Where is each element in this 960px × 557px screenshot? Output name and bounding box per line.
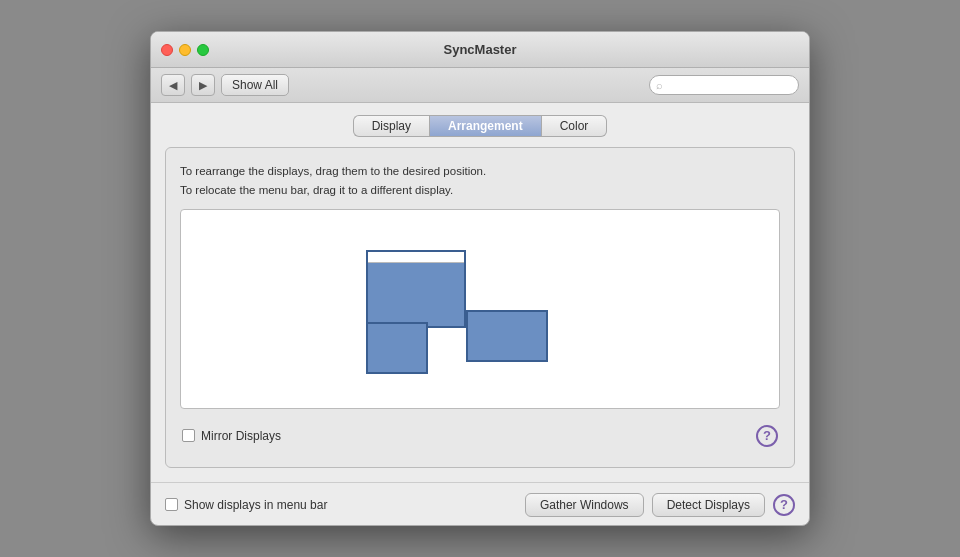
titlebar: SyncMaster bbox=[151, 32, 809, 68]
window-title: SyncMaster bbox=[444, 42, 517, 57]
gather-windows-button[interactable]: Gather Windows bbox=[525, 493, 644, 517]
mirror-displays-label: Mirror Displays bbox=[182, 429, 281, 443]
main-window: SyncMaster ◀ ▶ Show All ⌕ Display Arrang… bbox=[150, 31, 810, 526]
back-button[interactable]: ◀ bbox=[161, 74, 185, 96]
description-text: To rearrange the displays, drag them to … bbox=[180, 162, 780, 199]
help-button-bottom[interactable]: ? bbox=[773, 494, 795, 516]
settings-panel: To rearrange the displays, drag them to … bbox=[165, 147, 795, 468]
tab-color[interactable]: Color bbox=[542, 115, 608, 137]
search-bar[interactable]: ⌕ bbox=[649, 75, 799, 95]
bottom-buttons: Gather Windows Detect Displays ? bbox=[525, 493, 795, 517]
back-icon: ◀ bbox=[169, 79, 177, 92]
secondary-display-left[interactable] bbox=[366, 322, 428, 374]
minimize-button[interactable] bbox=[179, 44, 191, 56]
detect-displays-button[interactable]: Detect Displays bbox=[652, 493, 765, 517]
traffic-lights bbox=[161, 44, 209, 56]
mirror-displays-row: Mirror Displays ? bbox=[180, 419, 780, 453]
show-displays-label: Show displays in menu bar bbox=[165, 498, 327, 512]
show-all-button[interactable]: Show All bbox=[221, 74, 289, 96]
forward-button[interactable]: ▶ bbox=[191, 74, 215, 96]
content-area: Display Arrangement Color To rearrange t… bbox=[151, 103, 809, 482]
tab-bar: Display Arrangement Color bbox=[165, 115, 795, 137]
search-icon: ⌕ bbox=[656, 79, 663, 91]
tab-display[interactable]: Display bbox=[353, 115, 429, 137]
help-button-mirror[interactable]: ? bbox=[756, 425, 778, 447]
bottom-bar: Show displays in menu bar Gather Windows… bbox=[151, 482, 809, 525]
close-button[interactable] bbox=[161, 44, 173, 56]
mirror-displays-text: Mirror Displays bbox=[201, 429, 281, 443]
forward-icon: ▶ bbox=[199, 79, 207, 92]
maximize-button[interactable] bbox=[197, 44, 209, 56]
toolbar: ◀ ▶ Show All ⌕ bbox=[151, 68, 809, 103]
display-arrangement-area[interactable] bbox=[180, 209, 780, 409]
description-line2: To relocate the menu bar, drag it to a d… bbox=[180, 181, 780, 199]
show-displays-text: Show displays in menu bar bbox=[184, 498, 327, 512]
show-displays-checkbox[interactable] bbox=[165, 498, 178, 511]
tab-arrangement[interactable]: Arrangement bbox=[429, 115, 542, 137]
secondary-display-right[interactable] bbox=[466, 310, 548, 362]
mirror-displays-checkbox[interactable] bbox=[182, 429, 195, 442]
description-line1: To rearrange the displays, drag them to … bbox=[180, 162, 780, 180]
primary-display[interactable] bbox=[366, 250, 466, 328]
